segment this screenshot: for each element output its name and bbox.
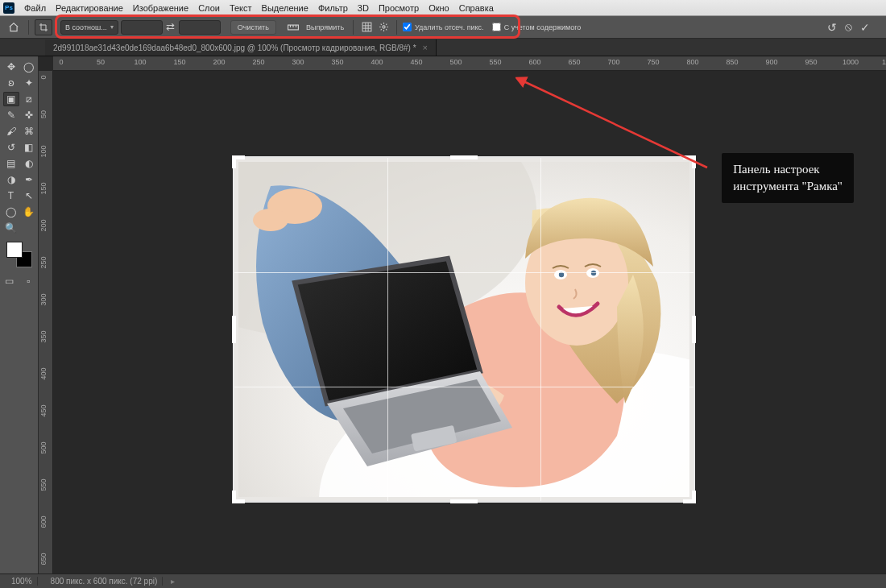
home-icon[interactable] xyxy=(5,19,23,35)
ruler-tick: 100 xyxy=(134,58,146,66)
reset-crop-icon[interactable]: ↺ xyxy=(827,21,837,34)
svg-rect-1 xyxy=(362,23,371,31)
crop-handle-bottom-right[interactable] xyxy=(680,487,696,503)
ruler-tick: 500 xyxy=(39,441,51,453)
ruler-tick: 650 xyxy=(568,58,580,66)
delete-cropped-checkbox[interactable]: Удалить отсеч. пикс. xyxy=(403,23,484,31)
crop-width-input[interactable] xyxy=(121,20,163,35)
ruler-tick: 250 xyxy=(39,256,51,268)
ruler-tick: 300 xyxy=(39,293,51,305)
crop-handle-left[interactable] xyxy=(232,316,236,343)
straighten-button[interactable]: Выпрямить xyxy=(303,20,347,35)
document-tab-strip: 2d991018ae31d43e0de169daa6b48ed0_800x600… xyxy=(0,39,886,56)
tool-slice-icon[interactable]: ⧄ xyxy=(21,92,37,106)
delete-cropped-label: Удалить отсеч. пикс. xyxy=(415,23,484,31)
tool-marquee-ellipse-icon[interactable]: ◯ xyxy=(21,60,37,74)
tool-eyedropper-icon[interactable]: ✎ xyxy=(3,108,19,122)
crop-ratio-preset-select[interactable]: В соотнош... xyxy=(60,20,118,35)
ruler-tick: 600 xyxy=(528,58,540,66)
tool-dodge-icon[interactable]: ◑ xyxy=(3,172,19,187)
crop-handle-bottom-left[interactable] xyxy=(232,487,248,503)
tool-clone-icon[interactable]: ⌘ xyxy=(21,124,37,139)
status-chevron-icon[interactable]: ▸ xyxy=(171,577,175,586)
crop-handle-top-left[interactable] xyxy=(232,155,248,172)
crop-handle-bottom[interactable] xyxy=(450,499,478,503)
annotation-label: Панель настроек инструмента "Рамка" xyxy=(722,153,854,203)
tool-zoom-icon[interactable]: 🔍 xyxy=(3,221,19,235)
ruler-tick: 450 xyxy=(39,404,51,416)
menu-layers[interactable]: Слои xyxy=(193,3,225,13)
menu-filter[interactable]: Фильтр xyxy=(313,3,353,13)
tool-eraser-icon[interactable]: ◧ xyxy=(21,140,37,155)
tool-context-crop-icon[interactable] xyxy=(35,19,52,35)
menu-image[interactable]: Изображение xyxy=(128,3,193,13)
toolbox: ✥◯ʚ✦▣⧄✎✜🖌⌘↺◧▤◐◑✒T↖◯✋🔍 ▭ ▫ xyxy=(0,56,39,574)
vertical-ruler[interactable]: 0501001502002503003504004505005506006507… xyxy=(39,71,53,574)
cancel-crop-icon[interactable]: ⦸ xyxy=(845,20,852,34)
crop-height-input[interactable] xyxy=(179,20,221,35)
straighten-ruler-icon[interactable] xyxy=(286,20,300,35)
tool-magic-wand-icon[interactable]: ✦ xyxy=(21,76,37,90)
tool-gradient-icon[interactable]: ▤ xyxy=(3,156,19,171)
svg-point-7 xyxy=(253,209,288,231)
ruler-tick: 0 xyxy=(59,58,63,66)
ruler-tick: 100 xyxy=(39,145,51,157)
separator xyxy=(28,20,29,35)
swap-dimensions-icon[interactable]: ⇄ xyxy=(165,21,176,33)
tool-crop-icon[interactable]: ▣ xyxy=(3,92,19,106)
tool-path-select-icon[interactable]: ↖ xyxy=(21,188,37,203)
tool-move-icon[interactable]: ✥ xyxy=(3,60,19,74)
menu-select[interactable]: Выделение xyxy=(257,3,313,13)
menu-window[interactable]: Окно xyxy=(424,3,454,13)
content-aware-input[interactable] xyxy=(492,23,501,31)
tool-blur-icon[interactable]: ◐ xyxy=(21,156,37,171)
content-aware-checkbox[interactable]: С учетом содержимого xyxy=(492,23,582,31)
horizontal-ruler[interactable]: 0501001502002503003504004505005506006507… xyxy=(53,56,886,71)
foreground-swatch[interactable] xyxy=(6,242,23,258)
tool-brush-icon[interactable]: 🖌 xyxy=(3,124,19,139)
tool-type-icon[interactable]: T xyxy=(3,188,19,203)
tool-spot-heal-icon[interactable]: ✜ xyxy=(21,108,37,122)
menu-text[interactable]: Текст xyxy=(225,3,257,13)
ruler-tick: 300 xyxy=(292,58,304,66)
content-aware-label: С учетом содержимого xyxy=(504,23,582,31)
ruler-tick: 250 xyxy=(252,58,264,66)
tool-lasso-icon[interactable]: ʚ xyxy=(3,76,19,90)
tool-pen-icon[interactable]: ✒ xyxy=(21,172,37,187)
ruler-tick: 50 xyxy=(97,58,105,66)
svg-point-2 xyxy=(382,26,384,28)
status-zoom[interactable]: 100% xyxy=(6,577,38,586)
ruler-tick: 950 xyxy=(805,58,817,66)
ruler-tick: 1000 xyxy=(843,58,859,66)
document-tab[interactable]: 2d991018ae31d43e0de169daa6b48ed0_800x600… xyxy=(45,39,437,56)
tool-ellipse-shape-icon[interactable]: ◯ xyxy=(3,205,19,219)
menu-view[interactable]: Просмотр xyxy=(374,3,424,13)
commit-crop-icon[interactable]: ✓ xyxy=(860,21,870,34)
crop-handle-top[interactable] xyxy=(450,155,478,159)
crop-handle-top-right[interactable] xyxy=(680,155,696,172)
ruler-tick: 400 xyxy=(371,58,383,66)
menu-help[interactable]: Справка xyxy=(454,3,499,13)
color-swatches[interactable] xyxy=(6,242,32,267)
quick-mask-icon[interactable]: ▭ xyxy=(2,274,18,288)
menu-edit[interactable]: Редактирование xyxy=(51,3,128,13)
svg-point-12 xyxy=(591,271,596,275)
tool-history-brush-icon[interactable]: ↺ xyxy=(3,140,19,155)
close-tab-icon[interactable]: × xyxy=(423,43,428,52)
canvas-area[interactable] xyxy=(53,71,886,574)
crop-options-gear-icon[interactable] xyxy=(376,20,391,35)
ruler-tick: 700 xyxy=(607,58,619,66)
app-logo: Ps xyxy=(3,2,14,14)
ruler-tick: 400 xyxy=(39,367,51,379)
menu-file[interactable]: Файл xyxy=(19,3,51,13)
screen-mode-icon[interactable]: ▫ xyxy=(21,274,37,288)
clear-button[interactable]: Очистить xyxy=(230,20,276,35)
document-tab-title: 2d991018ae31d43e0de169daa6b48ed0_800x600… xyxy=(53,43,416,52)
tool-hand-icon[interactable]: ✋ xyxy=(21,205,37,219)
overlay-grid-icon[interactable] xyxy=(359,20,374,35)
ruler-tick: 150 xyxy=(39,182,51,194)
menu-3d[interactable]: 3D xyxy=(353,3,374,13)
crop-frame[interactable] xyxy=(234,158,693,501)
delete-cropped-input[interactable] xyxy=(403,23,412,31)
crop-handle-right[interactable] xyxy=(692,316,696,343)
